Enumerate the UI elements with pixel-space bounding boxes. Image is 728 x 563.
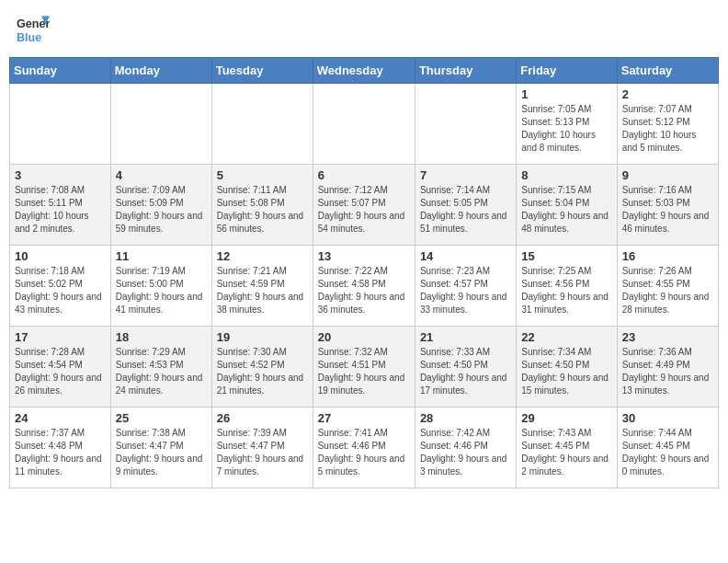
day-number: 7 [420, 168, 511, 182]
day-info: Sunrise: 7:29 AM Sunset: 4:53 PM Dayligh… [116, 346, 207, 397]
calendar-week-2: 3Sunrise: 7:08 AM Sunset: 5:11 PM Daylig… [10, 165, 719, 246]
day-info: Sunrise: 7:25 AM Sunset: 4:56 PM Dayligh… [521, 265, 611, 316]
calendar-cell: 13Sunrise: 7:22 AM Sunset: 4:58 PM Dayli… [313, 246, 415, 327]
day-info: Sunrise: 7:11 AM Sunset: 5:08 PM Dayligh… [217, 184, 308, 236]
day-info: Sunrise: 7:30 AM Sunset: 4:52 PM Dayligh… [217, 346, 308, 397]
calendar-cell: 12Sunrise: 7:21 AM Sunset: 4:59 PM Dayli… [211, 246, 313, 327]
calendar-cell: 28Sunrise: 7:42 AM Sunset: 4:46 PM Dayli… [415, 408, 516, 488]
day-info: Sunrise: 7:32 AM Sunset: 4:51 PM Dayligh… [318, 346, 410, 397]
day-info: Sunrise: 7:09 AM Sunset: 5:09 PM Dayligh… [116, 184, 207, 236]
calendar-cell: 11Sunrise: 7:19 AM Sunset: 5:00 PM Dayli… [110, 246, 211, 327]
calendar-cell: 5Sunrise: 7:11 AM Sunset: 5:08 PM Daylig… [211, 165, 313, 246]
calendar-cell: 3Sunrise: 7:08 AM Sunset: 5:11 PM Daylig… [10, 165, 111, 246]
day-number: 5 [217, 168, 308, 182]
day-info: Sunrise: 7:43 AM Sunset: 4:45 PM Dayligh… [521, 427, 611, 478]
calendar-cell: 9Sunrise: 7:16 AM Sunset: 5:03 PM Daylig… [617, 165, 718, 246]
page-header: General Blue [9, 9, 719, 50]
calendar-cell: 26Sunrise: 7:39 AM Sunset: 4:47 PM Dayli… [211, 408, 313, 488]
day-info: Sunrise: 7:37 AM Sunset: 4:48 PM Dayligh… [15, 427, 106, 478]
day-info: Sunrise: 7:05 AM Sunset: 5:13 PM Dayligh… [521, 103, 611, 155]
day-number: 9 [622, 168, 713, 182]
day-number: 20 [318, 330, 410, 344]
day-info: Sunrise: 7:07 AM Sunset: 5:12 PM Dayligh… [622, 103, 713, 155]
calendar-cell: 21Sunrise: 7:33 AM Sunset: 4:50 PM Dayli… [415, 327, 516, 408]
day-number: 13 [318, 249, 410, 263]
day-info: Sunrise: 7:36 AM Sunset: 4:49 PM Dayligh… [622, 346, 713, 397]
day-number: 10 [15, 249, 106, 263]
day-number: 14 [420, 249, 511, 263]
calendar-cell: 17Sunrise: 7:28 AM Sunset: 4:54 PM Dayli… [10, 327, 111, 408]
calendar-cell: 1Sunrise: 7:05 AM Sunset: 5:13 PM Daylig… [517, 84, 617, 165]
calendar-cell: 23Sunrise: 7:36 AM Sunset: 4:49 PM Dayli… [617, 327, 718, 408]
calendar-cell: 4Sunrise: 7:09 AM Sunset: 5:09 PM Daylig… [110, 165, 211, 246]
calendar-cell: 15Sunrise: 7:25 AM Sunset: 4:56 PM Dayli… [517, 246, 617, 327]
col-header-sunday: Sunday [10, 58, 111, 84]
logo: General Blue [17, 13, 50, 46]
calendar-cell [10, 84, 111, 165]
day-info: Sunrise: 7:38 AM Sunset: 4:47 PM Dayligh… [116, 427, 207, 478]
col-header-thursday: Thursday [415, 58, 516, 84]
calendar-cell [110, 84, 211, 165]
day-number: 8 [521, 168, 611, 182]
day-number: 19 [217, 330, 308, 344]
logo-icon: General Blue [17, 13, 50, 46]
calendar-cell: 16Sunrise: 7:26 AM Sunset: 4:55 PM Dayli… [617, 246, 718, 327]
calendar-cell: 29Sunrise: 7:43 AM Sunset: 4:45 PM Dayli… [517, 408, 617, 488]
col-header-wednesday: Wednesday [313, 58, 415, 84]
calendar-cell: 19Sunrise: 7:30 AM Sunset: 4:52 PM Dayli… [211, 327, 313, 408]
calendar-table: SundayMondayTuesdayWednesdayThursdayFrid… [9, 57, 719, 488]
day-info: Sunrise: 7:16 AM Sunset: 5:03 PM Dayligh… [622, 184, 713, 236]
col-header-friday: Friday [517, 58, 617, 84]
day-info: Sunrise: 7:44 AM Sunset: 4:45 PM Dayligh… [622, 427, 713, 478]
day-number: 15 [521, 249, 611, 263]
day-number: 11 [116, 249, 207, 263]
calendar-cell: 27Sunrise: 7:41 AM Sunset: 4:46 PM Dayli… [313, 408, 415, 488]
day-number: 26 [217, 411, 308, 425]
calendar-week-4: 17Sunrise: 7:28 AM Sunset: 4:54 PM Dayli… [10, 327, 719, 408]
day-number: 23 [622, 330, 713, 344]
svg-text:Blue: Blue [17, 31, 41, 44]
day-info: Sunrise: 7:42 AM Sunset: 4:46 PM Dayligh… [420, 427, 511, 478]
col-header-monday: Monday [110, 58, 211, 84]
day-number: 29 [521, 411, 611, 425]
calendar-cell: 24Sunrise: 7:37 AM Sunset: 4:48 PM Dayli… [10, 408, 111, 488]
day-info: Sunrise: 7:33 AM Sunset: 4:50 PM Dayligh… [420, 346, 511, 397]
day-info: Sunrise: 7:39 AM Sunset: 4:47 PM Dayligh… [217, 427, 308, 478]
calendar-cell: 25Sunrise: 7:38 AM Sunset: 4:47 PM Dayli… [110, 408, 211, 488]
day-info: Sunrise: 7:08 AM Sunset: 5:11 PM Dayligh… [15, 184, 106, 236]
calendar-cell [415, 84, 516, 165]
day-number: 3 [15, 168, 106, 182]
calendar-cell: 6Sunrise: 7:12 AM Sunset: 5:07 PM Daylig… [313, 165, 415, 246]
day-info: Sunrise: 7:28 AM Sunset: 4:54 PM Dayligh… [15, 346, 106, 397]
calendar-cell: 8Sunrise: 7:15 AM Sunset: 5:04 PM Daylig… [517, 165, 617, 246]
day-number: 16 [622, 249, 713, 263]
day-number: 2 [622, 87, 713, 101]
calendar-cell: 30Sunrise: 7:44 AM Sunset: 4:45 PM Dayli… [617, 408, 718, 488]
calendar-cell: 2Sunrise: 7:07 AM Sunset: 5:12 PM Daylig… [617, 84, 718, 165]
calendar-cell: 7Sunrise: 7:14 AM Sunset: 5:05 PM Daylig… [415, 165, 516, 246]
day-number: 25 [116, 411, 207, 425]
col-header-saturday: Saturday [617, 58, 718, 84]
calendar-cell: 10Sunrise: 7:18 AM Sunset: 5:02 PM Dayli… [10, 246, 111, 327]
day-info: Sunrise: 7:21 AM Sunset: 4:59 PM Dayligh… [217, 265, 308, 316]
day-number: 1 [521, 87, 611, 101]
day-number: 27 [318, 411, 410, 425]
calendar-week-3: 10Sunrise: 7:18 AM Sunset: 5:02 PM Dayli… [10, 246, 719, 327]
day-info: Sunrise: 7:23 AM Sunset: 4:57 PM Dayligh… [420, 265, 511, 316]
day-info: Sunrise: 7:22 AM Sunset: 4:58 PM Dayligh… [318, 265, 410, 316]
calendar-cell: 14Sunrise: 7:23 AM Sunset: 4:57 PM Dayli… [415, 246, 516, 327]
calendar-cell: 20Sunrise: 7:32 AM Sunset: 4:51 PM Dayli… [313, 327, 415, 408]
calendar-week-1: 1Sunrise: 7:05 AM Sunset: 5:13 PM Daylig… [10, 84, 719, 165]
calendar-cell [211, 84, 313, 165]
day-number: 21 [420, 330, 511, 344]
day-number: 17 [15, 330, 106, 344]
day-number: 4 [116, 168, 207, 182]
calendar-cell [313, 84, 415, 165]
day-number: 22 [521, 330, 611, 344]
day-info: Sunrise: 7:19 AM Sunset: 5:00 PM Dayligh… [116, 265, 207, 316]
day-info: Sunrise: 7:34 AM Sunset: 4:50 PM Dayligh… [521, 346, 611, 397]
day-number: 18 [116, 330, 207, 344]
day-info: Sunrise: 7:14 AM Sunset: 5:05 PM Dayligh… [420, 184, 511, 236]
calendar-cell: 22Sunrise: 7:34 AM Sunset: 4:50 PM Dayli… [517, 327, 617, 408]
day-number: 12 [217, 249, 308, 263]
